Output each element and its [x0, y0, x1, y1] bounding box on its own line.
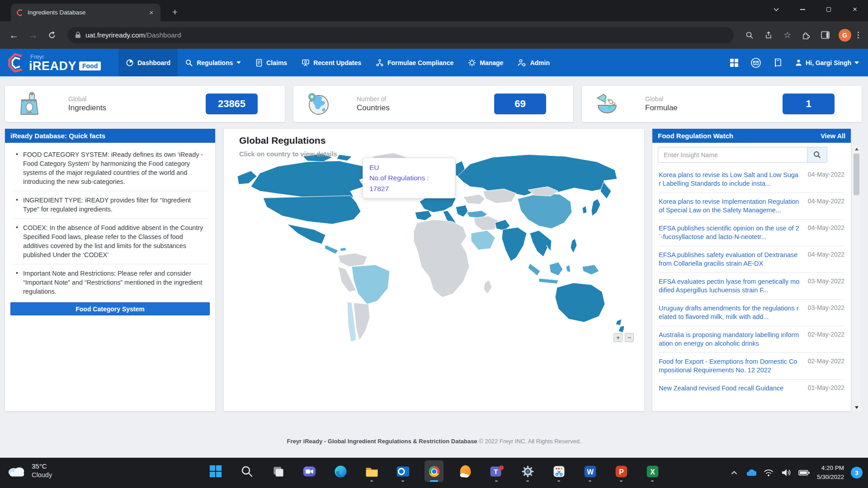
outlook-app[interactable] — [393, 460, 412, 482]
watch-item-link[interactable]: Australia is proposing mandatory labelli… — [659, 331, 800, 348]
dashboard-icon — [126, 59, 134, 67]
task-view-icon — [271, 464, 285, 479]
scrollbar-thumb[interactable] — [854, 154, 859, 195]
watch-item-link[interactable]: Uruguay drafts amendments for the regula… — [659, 304, 800, 321]
extensions-puzzle-icon[interactable] — [799, 28, 814, 43]
nav-item-regulations[interactable]: Regulations — [178, 49, 248, 76]
notification-badge[interactable]: 3 — [851, 467, 863, 479]
user-menu[interactable]: Hi, Gargi Singh — [795, 59, 859, 66]
nav-item-dashboard[interactable]: Dashboard — [118, 49, 178, 76]
app-logo[interactable]: Freyr iREADY Food — [0, 52, 118, 73]
stat-label-top: Global — [68, 95, 106, 103]
browser-tab-strip: Ingredients Database × + × — [0, 0, 868, 21]
scrollbar-down-icon[interactable] — [853, 404, 860, 411]
bookmark-star-icon[interactable]: ☆ — [780, 28, 795, 43]
tooltip-country: EU — [369, 162, 448, 173]
view-all-link[interactable]: View All — [821, 132, 845, 140]
book-icon[interactable] — [773, 58, 783, 68]
new-tab-button[interactable]: + — [168, 5, 182, 19]
watch-item-link[interactable]: New Zealand revised Food recall Guidance — [659, 384, 800, 393]
scrollbar[interactable] — [853, 145, 860, 411]
zoom-icon[interactable] — [742, 28, 757, 43]
quick-facts-list: FOOD CATEGORY SYSTEM: iReady defines its… — [5, 143, 215, 300]
stat-value-formulae: 1 — [783, 94, 835, 114]
nav-item-formulae-compliance[interactable]: Formulae Compliance — [368, 49, 461, 76]
running-indicator — [620, 480, 623, 482]
battery-icon[interactable] — [798, 468, 810, 477]
profile-avatar[interactable]: G — [839, 29, 851, 42]
mail-globe-icon[interactable] — [750, 57, 761, 68]
settings-app[interactable] — [518, 460, 537, 482]
watch-item-link[interactable]: Korea plans to revise its Low Salt and L… — [659, 171, 800, 188]
onedrive-icon[interactable] — [745, 468, 756, 477]
file-explorer[interactable] — [362, 460, 381, 482]
watch-item-link[interactable]: EFSA evaluates pectin lyase from genetic… — [659, 277, 800, 295]
nav-item-manage[interactable]: Manage — [461, 49, 510, 76]
excel-app[interactable]: X — [643, 460, 662, 482]
window-controls: × — [763, 0, 868, 19]
address-bar[interactable]: uat.freyriready.com/Dashboard — [68, 27, 734, 43]
running-indicator — [401, 480, 404, 482]
cloud-icon — [6, 463, 27, 478]
wifi-icon[interactable] — [763, 468, 774, 477]
regulation-watch-list: Korea plans to revise its Low Salt and L… — [652, 166, 851, 397]
teams-app[interactable]: T — [487, 460, 506, 482]
watch-item-link[interactable]: Food for Export - Exemptions from Domest… — [659, 357, 800, 375]
regulation-watch-item: Uruguay drafts amendments for the regula… — [659, 299, 844, 326]
chrome-browser[interactable] — [425, 460, 443, 482]
watch-item-date: 01-May-2022 — [808, 384, 844, 391]
chat-app[interactable] — [300, 460, 319, 482]
svg-text:X: X — [650, 468, 655, 475]
back-icon[interactable]: ← — [6, 28, 22, 43]
running-indicator — [651, 480, 654, 482]
insight-search-button[interactable] — [807, 147, 827, 163]
url-path: /Dashboard — [145, 31, 181, 39]
maximize-button[interactable] — [816, 0, 842, 19]
regulation-watch-item: Korea plans to revise its Low Salt and L… — [659, 166, 844, 192]
minimize-button[interactable] — [789, 0, 816, 19]
edge-browser[interactable] — [331, 460, 350, 482]
browser-tab[interactable]: Ingredients Database × — [11, 4, 160, 21]
apps-grid-icon[interactable] — [730, 58, 739, 67]
food-category-system-button[interactable]: Food Category System — [10, 302, 210, 315]
forward-icon[interactable]: → — [25, 28, 41, 43]
url-host: uat.freyriready.com — [85, 31, 145, 39]
nav-item-claims[interactable]: Claims — [248, 49, 294, 76]
task-view-button[interactable] — [269, 460, 288, 482]
nav-item-recent-updates[interactable]: Recent Updates — [294, 49, 368, 76]
tray-chevron-up-icon[interactable] — [731, 470, 738, 475]
taskbar-search[interactable] — [237, 460, 256, 482]
nav-label: Admin — [530, 59, 550, 66]
folder-icon — [364, 464, 379, 479]
volume-icon[interactable] — [781, 468, 792, 477]
stat-card-countries: Number of Countries 69 — [293, 86, 573, 122]
browser-menu-icon[interactable] — [858, 32, 859, 39]
watch-item-link[interactable]: EFSA publishes safety evaluation of Dext… — [659, 251, 800, 268]
side-panel-icon[interactable] — [818, 28, 833, 43]
search-icon — [813, 151, 821, 159]
watch-item-link[interactable]: Korea plans to revise Implementation Reg… — [659, 197, 800, 215]
insight-search-input[interactable] — [658, 147, 807, 163]
map-zoom-out-button[interactable]: − — [625, 333, 634, 342]
watch-item-link[interactable]: EFSA publishes scientific opinion on the… — [659, 224, 800, 241]
active-indicator — [430, 480, 438, 482]
powerpoint-app[interactable]: P — [612, 460, 631, 482]
start-button[interactable] — [206, 460, 225, 482]
taskbar-clock[interactable]: 4:20 PM 5/30/2022 — [817, 464, 844, 481]
weather-app[interactable] — [456, 460, 475, 482]
word-app[interactable]: W — [580, 460, 599, 482]
nav-right: Hi, Gargi Singh — [730, 57, 868, 68]
taskbar-weather-widget[interactable]: 35°C Cloudy — [6, 462, 52, 479]
scrollbar-up-icon[interactable] — [853, 145, 860, 153]
gear-icon — [468, 59, 476, 67]
share-icon[interactable] — [761, 28, 776, 43]
edge-icon — [333, 464, 348, 479]
map-zoom-in-button[interactable]: + — [613, 333, 623, 342]
reload-icon[interactable] — [44, 28, 60, 43]
snipping-tool-app[interactable] — [549, 460, 568, 482]
tab-close-icon[interactable]: × — [147, 8, 156, 17]
window-close-button[interactable]: × — [842, 0, 868, 19]
tab-search-icon[interactable] — [763, 0, 789, 19]
nav-item-admin[interactable]: Admin — [510, 49, 557, 76]
nav-label: Regulations — [197, 59, 233, 66]
